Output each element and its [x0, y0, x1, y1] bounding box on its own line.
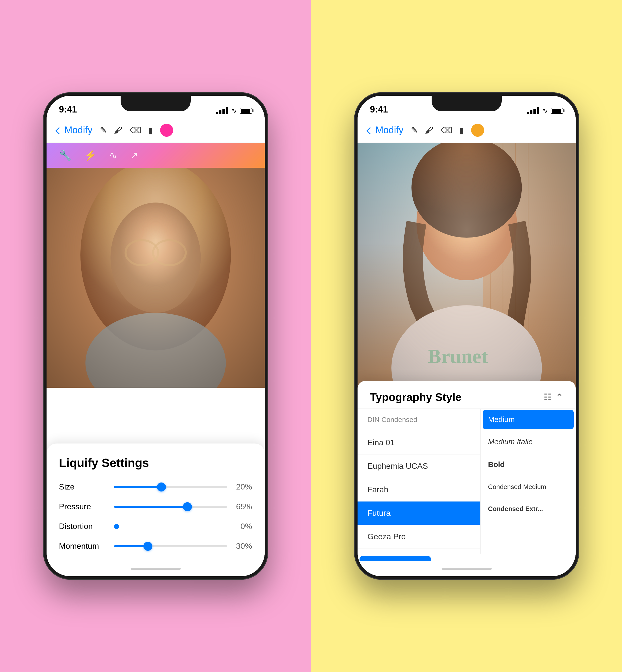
chevron-up-icon[interactable]: ⌃ [556, 392, 563, 403]
home-indicator-right [357, 561, 576, 576]
svg-rect-0 [46, 168, 265, 388]
toolbar-strip-left: 🔧 ⚡ ∿ ↗ [46, 143, 265, 168]
nav-title-right: Modify [376, 125, 404, 136]
font-item-geeza[interactable]: Geeza Pro [357, 525, 480, 549]
panel-title: Liquify Settings [59, 456, 252, 470]
svg-point-7 [85, 313, 226, 388]
font-list: DIN Condensed Eina 01 Euphemia UCAS Fara… [357, 409, 481, 554]
back-button-right[interactable]: Modify [368, 125, 404, 136]
pen-tool-icon-right[interactable]: ✎ [411, 125, 418, 135]
nav-title-left: Modify [65, 125, 93, 136]
nav-bar-right: Modify ✎ 🖌 ⌫ ▮ [357, 118, 576, 143]
phone-right: 9:41 ∿ Modi [354, 92, 579, 580]
battery-icon-left [240, 108, 252, 114]
svg-point-5 [153, 240, 185, 265]
photo-image-right: Brunet [357, 143, 576, 393]
back-button-left[interactable]: Modify [57, 125, 93, 136]
arrow-icon[interactable]: ↗ [130, 149, 139, 161]
size-slider-track[interactable] [114, 486, 227, 488]
svg-text:Brunet: Brunet [427, 345, 488, 367]
style-item-medium[interactable]: Medium [483, 410, 574, 430]
signal-icon-right [527, 107, 539, 114]
eraser-tool-icon-right[interactable]: ⌫ [440, 125, 452, 135]
font-item-din[interactable]: DIN Condensed [357, 409, 480, 431]
size-slider-fill [114, 486, 162, 488]
svg-rect-3 [46, 168, 265, 388]
left-background: 9:41 ∿ Modi [0, 0, 311, 672]
momentum-slider-thumb[interactable] [143, 542, 152, 551]
distortion-label: Distortion [59, 522, 109, 531]
phone-screen-left: 9:41 ∿ Modi [46, 96, 265, 576]
svg-point-1 [80, 168, 231, 350]
svg-point-15 [411, 143, 522, 238]
pen-tool-icon[interactable]: ✎ [100, 125, 107, 135]
back-chevron-right [366, 127, 373, 134]
status-time-left: 9:41 [59, 104, 77, 115]
size-label: Size [59, 482, 109, 491]
nav-tools-right: ✎ 🖌 ⌫ ▮ [411, 124, 484, 137]
signal-icon-left [216, 107, 228, 114]
photo-area-left [46, 168, 265, 388]
pressure-value: 65% [232, 502, 252, 511]
size-slider-thumb[interactable] [157, 483, 166, 491]
font-item-farah[interactable]: Farah [357, 478, 480, 501]
home-indicator-left [46, 561, 265, 576]
momentum-slider-track[interactable] [114, 545, 227, 547]
pressure-slider-track[interactable] [114, 506, 227, 508]
momentum-slider-row: Momentum 30% [59, 542, 252, 551]
pressure-slider-thumb[interactable] [183, 502, 192, 511]
style-item-medium-italic[interactable]: Medium Italic [481, 431, 576, 453]
layers-tool-icon[interactable]: ▮ [148, 125, 153, 135]
eraser-tool-icon[interactable]: ⌫ [129, 125, 141, 135]
grid-icon[interactable]: ☷ [544, 392, 552, 403]
momentum-label: Momentum [59, 542, 109, 551]
typography-panel: Typography Style ☷ ⌃ DIN Condensed Eina … [357, 381, 576, 576]
momentum-value: 30% [232, 542, 252, 551]
notch-right [431, 96, 502, 111]
wifi-icon-left: ∿ [231, 107, 237, 115]
style-item-bold[interactable]: Bold [481, 453, 576, 476]
size-value: 20% [232, 482, 252, 491]
liquify-settings-panel: Liquify Settings Size 20% Pressure [46, 444, 265, 576]
size-slider-row: Size 20% [59, 482, 252, 491]
brush-tool-icon-right[interactable]: 🖌 [425, 125, 434, 135]
wave-icon[interactable]: ∿ [109, 149, 117, 161]
svg-point-2 [110, 202, 201, 313]
font-item-futura[interactable]: Futura [357, 501, 480, 525]
color-dot-right[interactable] [471, 124, 484, 137]
font-item-eina[interactable]: Eina 01 [357, 431, 480, 454]
status-time-right: 9:41 [370, 104, 388, 115]
svg-point-14 [416, 165, 517, 280]
distortion-dot[interactable] [114, 524, 119, 529]
color-dot-left[interactable] [160, 124, 173, 137]
font-item-euphemia[interactable]: Euphemia UCAS [357, 454, 480, 478]
wrench-icon[interactable]: 🔧 [59, 149, 72, 161]
pressure-slider-fill [114, 506, 188, 508]
distortion-row: Distortion 0% [59, 522, 252, 531]
typo-panel-title: Typography Style [370, 391, 462, 404]
layers-tool-icon-right[interactable]: ▮ [459, 125, 464, 135]
font-item-georgia[interactable]: Georgia [357, 549, 480, 554]
wifi-icon-right: ∿ [542, 107, 548, 115]
distortion-value: 0% [232, 522, 252, 531]
status-icons-right: ∿ [527, 107, 563, 115]
svg-rect-9 [483, 143, 576, 393]
typo-header-actions: ☷ ⌃ [544, 392, 563, 403]
nav-bar-left: Modify ✎ 🖌 ⌫ ▮ [46, 118, 265, 143]
brush-tool-icon[interactable]: 🖌 [114, 125, 123, 135]
battery-icon-right [551, 108, 563, 114]
back-chevron-left [55, 127, 62, 134]
style-list: Medium Medium Italic Bold Condensed Medi… [481, 409, 576, 554]
momentum-slider-fill [114, 545, 148, 547]
lightning-icon[interactable]: ⚡ [84, 149, 97, 161]
svg-rect-8 [357, 143, 576, 393]
style-item-condensed-extra[interactable]: Condensed Extr... [481, 498, 576, 520]
pressure-slider-row: Pressure 65% [59, 502, 252, 511]
notch-left [120, 96, 191, 111]
svg-point-4 [125, 240, 158, 265]
typo-panel-header: Typography Style ☷ ⌃ [357, 381, 576, 409]
right-background: 9:41 ∿ Modi [311, 0, 622, 672]
style-item-condensed-medium[interactable]: Condensed Medium [481, 476, 576, 498]
phone-left: 9:41 ∿ Modi [43, 92, 268, 580]
svg-point-16 [391, 305, 542, 393]
